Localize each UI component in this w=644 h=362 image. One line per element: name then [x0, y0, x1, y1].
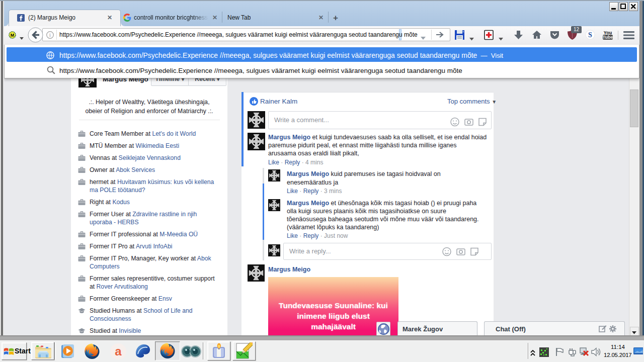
- svg-text:S: S: [588, 31, 592, 39]
- svg-text:i: i: [49, 32, 51, 38]
- svg-text:a: a: [115, 344, 122, 358]
- svg-text:M: M: [11, 33, 15, 38]
- svg-text:Tube: Tube: [603, 35, 613, 40]
